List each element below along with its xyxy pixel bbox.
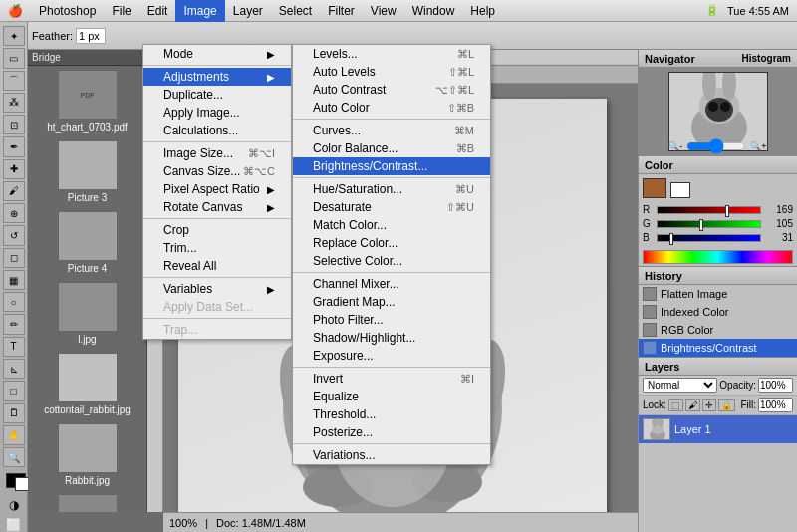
zoom-out-icon[interactable]: 🔍-: [668, 141, 682, 151]
list-item[interactable]: url.jpg: [28, 490, 146, 512]
file-name: Picture 3: [68, 192, 107, 203]
gradient-tool[interactable]: ▦: [3, 270, 25, 290]
background-color[interactable]: [15, 477, 29, 491]
fill-input[interactable]: [758, 398, 793, 412]
list-item[interactable]: cottontail_rabbit.jpg: [28, 349, 146, 419]
submenu-item-posterize[interactable]: Posterize...: [293, 423, 490, 441]
zoom-slider[interactable]: [686, 142, 746, 150]
list-item[interactable]: PDF ht_chart_0703.pdf: [28, 66, 146, 136]
list-item[interactable]: Picture 3: [28, 136, 146, 207]
submenu-item-channel-mixer[interactable]: Channel Mixer...: [293, 275, 490, 293]
history-item[interactable]: Flatten Image: [639, 285, 797, 303]
submenu-item-selective-color[interactable]: Selective Color...: [293, 252, 490, 270]
color-spectrum[interactable]: [643, 250, 793, 264]
eyedropper-tool[interactable]: ✒: [3, 136, 25, 156]
submenu-item-threshold[interactable]: Threshold...: [293, 405, 490, 423]
filter-menu[interactable]: Filter: [320, 0, 363, 22]
submenu-item-gradient-map[interactable]: Gradient Map...: [293, 293, 490, 311]
menu-item-image-size[interactable]: Image Size... ⌘⌥I: [143, 144, 291, 162]
lock-position-btn[interactable]: ✛: [702, 399, 716, 411]
file-menu[interactable]: File: [104, 0, 138, 22]
history-item[interactable]: RGB Color: [639, 321, 797, 339]
lasso-tool[interactable]: ⌒: [3, 71, 25, 91]
clone-tool[interactable]: ⊕: [3, 203, 25, 223]
edit-menu[interactable]: Edit: [139, 0, 176, 22]
shape-tool[interactable]: □: [3, 381, 25, 400]
menu-item-variables[interactable]: Variables ▶: [143, 280, 291, 298]
menu-item-rotate-canvas[interactable]: Rotate Canvas ▶: [143, 198, 291, 216]
menu-item-canvas-size[interactable]: Canvas Size... ⌘⌥C: [143, 162, 291, 180]
foreground-swatch[interactable]: [643, 178, 666, 198]
hand-tool[interactable]: ✋: [3, 425, 25, 445]
submenu-item-equalize[interactable]: Equalize: [293, 388, 490, 405]
submenu-item-exposure[interactable]: Exposure...: [293, 347, 490, 365]
opacity-input[interactable]: [758, 378, 793, 393]
layer-item-active[interactable]: Layer 1: [639, 415, 797, 443]
history-item[interactable]: Indexed Color: [639, 303, 797, 321]
submenu-item-variations[interactable]: Variations...: [293, 446, 490, 464]
submenu-item-invert[interactable]: Invert ⌘I: [293, 370, 490, 388]
menu-item-crop[interactable]: Crop: [143, 221, 291, 239]
menu-item-adjustments[interactable]: Adjustments ▶: [143, 68, 291, 86]
submenu-item-hue-saturation[interactable]: Hue/Saturation... ⌘U: [293, 180, 490, 198]
lock-all-btn[interactable]: 🔒: [718, 399, 735, 411]
blue-slider[interactable]: [657, 234, 761, 242]
submenu-item-desaturate[interactable]: Desaturate ⇧⌘U: [293, 198, 490, 216]
screen-mode-btn[interactable]: ⬜: [6, 518, 21, 532]
view-menu[interactable]: View: [363, 0, 404, 22]
quick-mask-btn[interactable]: ◑: [9, 498, 19, 512]
green-slider[interactable]: [657, 220, 761, 228]
lock-image-btn[interactable]: 🖌: [685, 399, 700, 411]
menu-item-calculations[interactable]: Calculations...: [143, 122, 291, 139]
list-item[interactable]: Picture 4: [28, 207, 146, 278]
move-tool[interactable]: ✦: [3, 26, 25, 46]
photoshop-menu[interactable]: Photoshop: [31, 0, 104, 22]
list-item[interactable]: Rabbit.jpg: [28, 419, 146, 490]
menu-item-duplicate[interactable]: Duplicate...: [143, 86, 291, 104]
image-menu[interactable]: Image: [175, 0, 224, 22]
eraser-tool[interactable]: ◻: [3, 248, 25, 268]
menu-item-apply-image[interactable]: Apply Image...: [143, 104, 291, 122]
magic-wand-tool[interactable]: ⁂: [3, 93, 25, 113]
background-swatch[interactable]: [670, 182, 690, 198]
marquee-tool[interactable]: ▭: [3, 48, 25, 68]
list-item[interactable]: l.jpg: [28, 278, 146, 349]
submenu-item-brightness-contrast[interactable]: Brightness/Contrast...: [293, 157, 490, 175]
menu-item-pixel-aspect[interactable]: Pixel Aspect Ratio ▶: [143, 180, 291, 198]
menu-item-reveal-all[interactable]: Reveal All: [143, 257, 291, 275]
submenu-item-shadow-highlight[interactable]: Shadow/Highlight...: [293, 329, 490, 347]
apple-menu[interactable]: 🍎: [0, 0, 31, 22]
blend-mode-select[interactable]: Normal Multiply Screen: [643, 378, 717, 393]
path-selection-tool[interactable]: ⊾: [3, 359, 25, 379]
history-brush-tool[interactable]: ↺: [3, 225, 25, 245]
window-menu[interactable]: Window: [404, 0, 463, 22]
lock-transparent-btn[interactable]: ⬚: [668, 399, 683, 411]
help-menu[interactable]: Help: [462, 0, 503, 22]
submenu-item-levels[interactable]: Levels... ⌘L: [293, 45, 490, 63]
pen-tool[interactable]: ✏: [3, 314, 25, 334]
submenu-item-curves[interactable]: Curves... ⌘M: [293, 122, 490, 139]
submenu-item-photo-filter[interactable]: Photo Filter...: [293, 311, 490, 329]
menu-item-mode[interactable]: Mode ▶: [143, 45, 291, 63]
submenu-item-auto-levels[interactable]: Auto Levels ⇧⌘L: [293, 63, 490, 81]
submenu-item-auto-color[interactable]: Auto Color ⇧⌘B: [293, 99, 490, 117]
crop-tool[interactable]: ⊡: [3, 115, 25, 134]
select-menu[interactable]: Select: [271, 0, 320, 22]
zoom-in-icon[interactable]: 🔍+: [750, 141, 766, 151]
submenu-item-auto-contrast[interactable]: Auto Contrast ⌥⇧⌘L: [293, 81, 490, 99]
feather-input[interactable]: [76, 28, 106, 44]
brush-tool[interactable]: 🖌: [3, 181, 25, 201]
healing-tool[interactable]: ✚: [3, 159, 25, 179]
menu-item-trim[interactable]: Trim...: [143, 239, 291, 257]
submenu-item-match-color[interactable]: Match Color...: [293, 216, 490, 234]
text-tool[interactable]: T: [3, 337, 25, 357]
history-item-active[interactable]: Brightness/Contrast: [639, 339, 797, 357]
layer-menu[interactable]: Layer: [225, 0, 271, 22]
submenu-item-replace-color[interactable]: Replace Color...: [293, 234, 490, 252]
notes-tool[interactable]: 🗒: [3, 403, 25, 423]
foreground-color[interactable]: [6, 473, 26, 488]
zoom-tool[interactable]: 🔍: [3, 447, 25, 467]
red-slider[interactable]: [657, 206, 761, 214]
dodge-tool[interactable]: ○: [3, 292, 25, 312]
submenu-item-color-balance[interactable]: Color Balance... ⌘B: [293, 139, 490, 157]
